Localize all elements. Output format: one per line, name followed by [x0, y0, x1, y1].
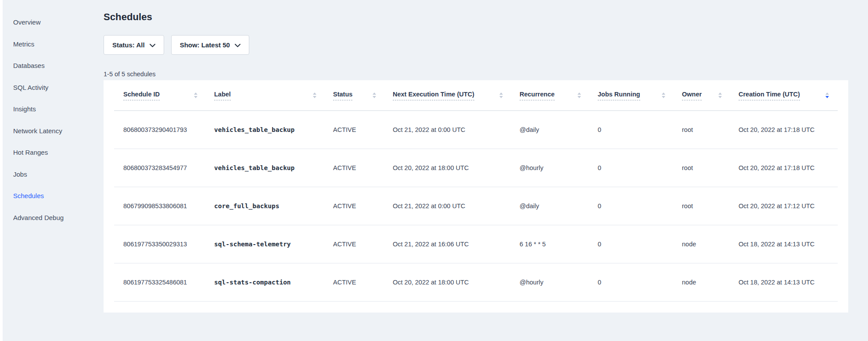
cell-recurrence: 6 16 * * 5 — [520, 241, 598, 248]
column-header-next-execution-time[interactable]: Next Execution Time (UTC) — [393, 91, 520, 100]
sidebar-item-advanced-debug[interactable]: Advanced Debug — [13, 207, 104, 229]
cell-recurrence: @hourly — [520, 279, 598, 286]
status-filter-dropdown[interactable]: Status: All — [104, 35, 164, 55]
cell-creation-time: Oct 20, 2022 at 17:12 UTC — [739, 202, 838, 210]
cell-jobs-running: 0 — [598, 202, 682, 210]
sidebar-item-overview[interactable]: Overview — [13, 11, 104, 33]
cell-owner: root — [682, 164, 739, 171]
cell-schedule-id: 806197753350029313 — [123, 241, 214, 248]
sidebar-item-metrics[interactable]: Metrics — [13, 33, 104, 55]
cell-recurrence: @hourly — [520, 164, 598, 171]
cell-jobs-running: 0 — [598, 279, 682, 286]
cell-label: vehicles_table_backup — [214, 126, 333, 133]
column-header-jobs-running[interactable]: Jobs Running — [598, 91, 682, 100]
column-header-owner[interactable]: Owner — [682, 91, 739, 100]
cell-status: ACTIVE — [333, 202, 393, 210]
cell-schedule-id: 806197753325486081 — [123, 279, 214, 286]
table-row[interactable]: 806800373290401793 vehicles_table_backup… — [114, 111, 838, 149]
table-row[interactable]: 806197753325486081 sql-stats-compaction … — [114, 263, 838, 302]
column-header-label[interactable]: Label — [214, 91, 333, 100]
cell-next-execution: Oct 20, 2022 at 18:00 UTC — [393, 164, 520, 171]
cell-status: ACTIVE — [333, 126, 393, 133]
cell-creation-time: Oct 18, 2022 at 14:13 UTC — [739, 279, 838, 286]
cell-status: ACTIVE — [333, 164, 393, 171]
show-filter-label: Show: Latest 50 — [180, 41, 230, 49]
sort-icon — [577, 92, 581, 98]
page-title: Schedules — [104, 11, 848, 23]
cell-next-execution: Oct 21, 2022 at 0:00 UTC — [393, 202, 520, 210]
sidebar-item-jobs[interactable]: Jobs — [13, 163, 104, 185]
cell-recurrence: @daily — [520, 126, 598, 133]
cell-jobs-running: 0 — [598, 126, 682, 133]
cell-label: sql-stats-compaction — [214, 279, 333, 286]
column-header-schedule-id[interactable]: Schedule ID — [123, 91, 214, 100]
results-summary: 1-5 of 5 schedules — [104, 71, 848, 79]
cell-creation-time: Oct 18, 2022 at 14:13 UTC — [739, 241, 838, 248]
sidebar-item-databases[interactable]: Databases — [13, 55, 104, 77]
sort-icon-active-desc — [825, 92, 829, 98]
cell-jobs-running: 0 — [598, 164, 682, 171]
column-header-status[interactable]: Status — [333, 91, 393, 100]
cell-creation-time: Oct 20, 2022 at 17:18 UTC — [739, 126, 838, 133]
filter-bar: Status: All Show: Latest 50 — [104, 35, 848, 55]
cell-status: ACTIVE — [333, 279, 393, 286]
sidebar-item-network-latency[interactable]: Network Latency — [13, 120, 104, 142]
status-filter-label: Status: All — [112, 41, 145, 49]
sidebar-item-insights[interactable]: Insights — [13, 98, 104, 120]
cell-jobs-running: 0 — [598, 241, 682, 248]
sidebar: Overview Metrics Databases SQL Activity … — [3, 0, 104, 341]
sort-icon — [718, 92, 722, 98]
sidebar-item-hot-ranges[interactable]: Hot Ranges — [13, 142, 104, 163]
cell-owner: node — [682, 241, 739, 248]
cell-next-execution: Oct 21, 2022 at 0:00 UTC — [393, 126, 520, 133]
chevron-down-icon — [150, 44, 155, 47]
sort-icon — [194, 92, 197, 98]
cell-schedule-id: 806799098533806081 — [123, 202, 214, 210]
chevron-down-icon — [235, 44, 240, 47]
cell-schedule-id: 806800373290401793 — [123, 126, 214, 133]
table-row[interactable]: 806800373283454977 vehicles_table_backup… — [114, 149, 838, 187]
sort-icon — [313, 92, 316, 98]
cell-owner: node — [682, 279, 739, 286]
table-header-row: Schedule ID Label Status Next Execution … — [114, 80, 838, 111]
table-row[interactable]: 806197753350029313 sql-schema-telemetry … — [114, 225, 838, 263]
cell-next-execution: Oct 20, 2022 at 18:00 UTC — [393, 279, 520, 286]
column-header-creation-time[interactable]: Creation Time (UTC) — [739, 91, 838, 100]
cell-owner: root — [682, 202, 739, 210]
cell-schedule-id: 806800373283454977 — [123, 164, 214, 171]
cell-creation-time: Oct 20, 2022 at 17:18 UTC — [739, 164, 838, 171]
sort-icon — [499, 92, 503, 98]
sidebar-item-sql-activity[interactable]: SQL Activity — [13, 77, 104, 99]
cell-next-execution: Oct 21, 2022 at 16:06 UTC — [393, 241, 520, 248]
table-row[interactable]: 806799098533806081 core_full_backups ACT… — [114, 187, 838, 225]
cell-recurrence: @daily — [520, 202, 598, 210]
cell-label: sql-schema-telemetry — [214, 241, 333, 248]
sort-icon — [662, 92, 665, 98]
main-content: Schedules Status: All Show: Latest 50 1-… — [104, 0, 848, 341]
column-header-recurrence[interactable]: Recurrence — [520, 91, 598, 100]
sidebar-item-schedules[interactable]: Schedules — [13, 185, 104, 207]
cell-label: vehicles_table_backup — [214, 164, 333, 171]
cell-status: ACTIVE — [333, 241, 393, 248]
schedules-table-card: Schedule ID Label Status Next Execution … — [104, 80, 848, 313]
cell-owner: root — [682, 126, 739, 133]
sort-icon — [373, 92, 376, 98]
cell-label: core_full_backups — [214, 202, 333, 210]
show-filter-dropdown[interactable]: Show: Latest 50 — [171, 35, 249, 55]
